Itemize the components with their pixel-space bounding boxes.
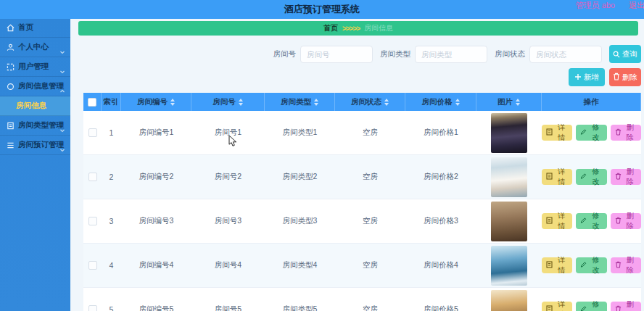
sort-icon[interactable] — [455, 99, 460, 106]
sort-icon[interactable] — [384, 99, 389, 106]
detail-button[interactable]: 详情 — [542, 213, 572, 229]
col-header-label: 房间价格 — [422, 97, 453, 107]
search-label-room-status: 房间状态 — [495, 49, 525, 59]
detail-button[interactable]: 详情 — [542, 257, 572, 273]
cell-room-price: 房间价格3 — [405, 199, 476, 243]
trash-icon — [615, 305, 622, 311]
table-row: 4 房间编号4 房间号4 房间类型4 空房 房间价格4 详情 修改 删除 — [83, 244, 641, 288]
add-button[interactable]: 新增 — [569, 68, 605, 86]
row-delete-button-label: 删除 — [624, 299, 637, 311]
breadcrumb-home[interactable]: 首页 — [323, 23, 338, 33]
detail-button[interactable]: 详情 — [542, 169, 572, 185]
edit-button[interactable]: 修改 — [576, 213, 606, 229]
row-delete-button[interactable]: 删除 — [611, 213, 641, 229]
cell-room-status: 空房 — [335, 288, 405, 311]
edit-button-label: 修改 — [589, 255, 602, 275]
document-icon — [546, 217, 553, 225]
row-checkbox[interactable] — [88, 217, 97, 225]
admin-user-label[interactable]: 管理员 abo — [576, 0, 615, 11]
chevron-down-icon — [59, 123, 65, 129]
col-header-room-price[interactable]: 房间价格 — [405, 93, 476, 111]
row-delete-button[interactable]: 删除 — [611, 257, 641, 273]
col-header-room-code[interactable]: 房间编号 — [121, 93, 191, 111]
sidebar-item-user-management[interactable]: 用户管理 — [0, 57, 70, 77]
sidebar-item-room-info-active[interactable]: 房间信息 — [0, 96, 70, 116]
app-title: 酒店预订管理系统 — [0, 0, 644, 19]
chevron-up-icon — [59, 84, 65, 90]
cell-room-price: 房间价格2 — [405, 155, 476, 199]
room-photo[interactable] — [491, 202, 527, 241]
cell-index: 3 — [102, 199, 121, 243]
table-row: 2 房间编号2 房间号2 房间类型2 空房 房间价格2 详情 修改 删除 — [83, 155, 641, 199]
room-photo[interactable] — [491, 113, 527, 153]
delete-button[interactable]: 删除 — [609, 68, 641, 86]
room-photo[interactable] — [491, 157, 527, 197]
row-checkbox[interactable] — [88, 305, 97, 311]
row-delete-button[interactable]: 删除 — [611, 125, 641, 141]
row-delete-button[interactable]: 删除 — [611, 302, 641, 311]
select-all-checkbox[interactable] — [88, 98, 96, 107]
cell-room-no: 房间号4 — [191, 244, 265, 287]
room-photo[interactable] — [491, 246, 527, 286]
sort-icon[interactable] — [314, 99, 318, 106]
col-header-room-no[interactable]: 房间号 — [191, 93, 265, 111]
chevron-down-icon — [59, 45, 65, 51]
breadcrumb-bar: 首页 >>>>> 房间信息 — [78, 21, 638, 36]
row-checkbox[interactable] — [88, 261, 97, 270]
sort-icon[interactable] — [170, 99, 175, 106]
row-delete-button-label: 删除 — [624, 211, 637, 231]
row-checkbox[interactable] — [88, 128, 97, 137]
sidebar-item-personal-center[interactable]: 个人中心 — [0, 38, 70, 57]
search-input-room-no[interactable] — [300, 46, 373, 63]
edit-button-label: 修改 — [589, 123, 602, 143]
rooms-table: 索引 房间编号 房间号 房间类型 房间状态 房间价格 图片 操作 1 房间编号1… — [83, 93, 641, 311]
col-header-label: 房间号 — [212, 97, 236, 107]
search-input-room-status[interactable] — [529, 46, 602, 63]
detail-button[interactable]: 详情 — [542, 125, 572, 141]
detail-button[interactable]: 详情 — [542, 302, 572, 311]
col-header-label: 房间类型 — [281, 97, 311, 107]
sidebar-item-room-booking-management[interactable]: 房间预订管理 — [0, 136, 70, 155]
edit-button[interactable]: 修改 — [576, 302, 606, 311]
search-label-room-type: 房间类型 — [380, 49, 410, 59]
sidebar-item-label: 个人中心 — [18, 42, 49, 52]
circle-icon — [7, 83, 15, 91]
room-photo[interactable] — [491, 290, 527, 311]
sidebar-item-room-type-management[interactable]: 房间类型管理 — [0, 116, 70, 136]
sidebar-item-home[interactable]: 首页 — [0, 18, 70, 38]
table-toolbar: 新增 删除 — [569, 68, 641, 86]
main-content: 首页 >>>>> 房间信息 房间号 房间类型 房间状态 查询 新增 删除 — [70, 19, 644, 311]
search-label-room-no: 房间号 — [273, 49, 297, 59]
table-row: 5 房间编号5 房间号5 房间类型5 空房 房间价格5 详情 修改 删除 — [83, 288, 641, 311]
col-header-room-type[interactable]: 房间类型 — [265, 93, 335, 111]
pen-icon — [580, 261, 587, 270]
sidebar-item-label: 首页 — [18, 22, 33, 33]
cell-room-price: 房间价格5 — [405, 288, 476, 311]
sidebar: 首页 个人中心 用户管理 房间信息管理 — [0, 18, 70, 311]
row-delete-button-label: 删除 — [624, 123, 637, 143]
scan-icon — [7, 63, 15, 71]
col-header-room-status[interactable]: 房间状态 — [335, 93, 405, 111]
chevron-down-icon — [59, 143, 65, 149]
sort-icon[interactable] — [239, 99, 243, 106]
logout-link[interactable]: 退出登录 — [629, 0, 644, 11]
document-icon — [7, 122, 15, 130]
top-header-bar: 酒店预订管理系统 管理员 abo 退出登录 — [0, 0, 644, 19]
pen-icon — [580, 128, 587, 137]
cell-room-code: 房间编号2 — [121, 155, 191, 199]
col-header-index[interactable]: 索引 — [102, 93, 121, 111]
detail-button-label: 详情 — [555, 123, 568, 143]
edit-button[interactable]: 修改 — [576, 257, 606, 273]
cell-room-code: 房间编号3 — [121, 199, 191, 243]
row-checkbox[interactable] — [88, 173, 97, 181]
row-delete-button[interactable]: 删除 — [611, 169, 641, 185]
edit-button[interactable]: 修改 — [576, 169, 606, 185]
document-icon — [546, 305, 553, 311]
col-header-image[interactable]: 图片 — [476, 93, 542, 111]
sort-icon[interactable] — [516, 99, 520, 106]
query-button[interactable]: 查询 — [609, 45, 641, 63]
detail-button-label: 详情 — [555, 255, 568, 275]
sidebar-item-room-info-management[interactable]: 房间信息管理 — [0, 77, 70, 96]
edit-button[interactable]: 修改 — [576, 125, 606, 141]
search-input-room-type[interactable] — [415, 46, 487, 63]
